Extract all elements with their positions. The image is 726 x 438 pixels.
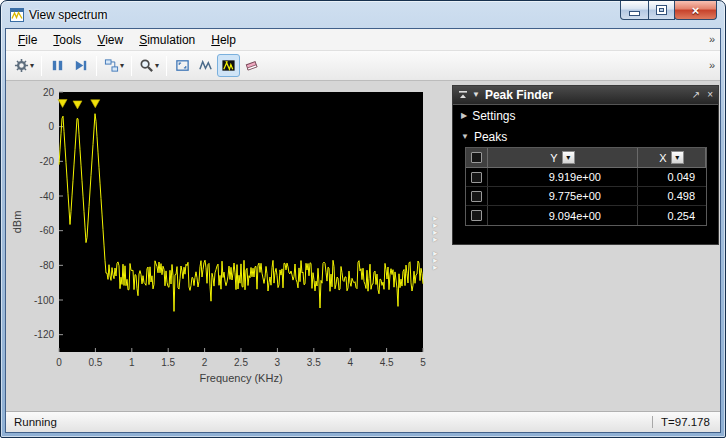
x-tick-label: 4 — [347, 357, 353, 368]
x-tick-label: 5 — [420, 357, 426, 368]
x-tick-label: 3 — [275, 357, 281, 368]
undock-panel-icon[interactable]: ↗ — [692, 91, 700, 99]
minimize-button[interactable] — [620, 1, 649, 20]
toolbar-separator — [96, 56, 97, 76]
dropdown-arrow-icon: ▾ — [155, 61, 159, 70]
peak-y-value: 9.094e+00 — [488, 210, 637, 222]
autoscale-icon — [198, 58, 213, 73]
toolbar-separator — [41, 56, 42, 76]
table-row: 9.775e+00 0.498 — [466, 187, 706, 206]
x-tick-label: 3.5 — [307, 357, 321, 368]
magnifier-icon — [139, 58, 154, 73]
peak-finder-panel: ▼ Peak Finder ↗ × ▶ Settings ▼ Peaks — [452, 85, 719, 245]
y-tick-label: -100 — [34, 295, 54, 306]
y-tick-label: 0 — [48, 121, 54, 132]
settings-section-label: Settings — [472, 109, 515, 123]
y-tick-label: -60 — [40, 225, 55, 236]
pause-button[interactable] — [46, 54, 69, 77]
expanded-triangle-icon: ▼ — [461, 132, 469, 141]
toolbar-separator — [166, 56, 167, 76]
spectrum-plot-area[interactable] — [59, 92, 423, 352]
panel-close-icon[interactable]: × — [707, 91, 713, 99]
x-tick-label: 0 — [56, 357, 62, 368]
client-area: File Tools View Simulation Help » ▾ ▾ — [5, 28, 721, 433]
toolbar-overflow-icon[interactable]: » — [709, 60, 720, 71]
peak-finder-header[interactable]: ▼ Peak Finder ↗ × — [453, 86, 718, 105]
maximize-button[interactable] — [648, 1, 675, 20]
statusbar: Running T=97.178 — [6, 411, 720, 432]
peaks-table: Y ▾ X ▾ 9.919e+00 0.049 — [465, 147, 707, 226]
menu-file[interactable]: File — [10, 30, 45, 50]
gear-icon — [14, 58, 29, 73]
collapse-panel-icon[interactable]: ▼ — [472, 91, 480, 99]
spectral-mask-button[interactable] — [240, 54, 263, 77]
table-row: 9.919e+00 0.049 — [466, 168, 706, 187]
autoscale-y-button[interactable] — [194, 54, 217, 77]
collapsed-triangle-icon: ▶ — [461, 111, 467, 120]
row-checkbox[interactable] — [471, 191, 482, 202]
x-tick-label: 4.5 — [380, 357, 394, 368]
menu-view[interactable]: View — [89, 30, 131, 50]
maximize-icon — [657, 6, 666, 14]
peaks-section-toggle[interactable]: ▼ Peaks — [453, 126, 718, 147]
peaks-table-header: Y ▾ X ▾ — [466, 148, 706, 168]
simulink-model-button[interactable]: ▾ — [101, 54, 127, 77]
peaks-icon — [221, 58, 236, 73]
menu-tools[interactable]: Tools — [45, 30, 89, 50]
simulink-blocks-icon — [104, 58, 119, 73]
x-tick-label: 2.5 — [234, 357, 248, 368]
fit-to-view-button[interactable] — [171, 54, 194, 77]
toolbar-separator — [131, 56, 132, 76]
status-time: T=97.178 — [652, 416, 712, 428]
menubar: File Tools View Simulation Help » — [6, 29, 720, 51]
panel-splitter[interactable]: ▸ ▸ ▸ ▸ ▸ ▸ ▸ — [433, 215, 438, 271]
x-axis-label: Frequency (KHz) — [199, 372, 282, 384]
settings-section-toggle[interactable]: ▶ Settings — [453, 105, 718, 126]
step-forward-button[interactable] — [69, 54, 92, 77]
status-running: Running — [14, 416, 57, 428]
peak-finder-title: Peak Finder — [485, 88, 553, 102]
table-row: 9.094e+00 0.254 — [466, 206, 706, 225]
close-button[interactable]: × — [674, 1, 717, 20]
y-tick-label: -120 — [34, 329, 54, 340]
column-header-y: Y — [550, 152, 557, 164]
fit-to-view-icon — [175, 58, 190, 73]
minimize-icon — [630, 12, 639, 15]
filter-arrow-icon: ▾ — [566, 154, 570, 162]
step-forward-icon — [73, 58, 88, 73]
select-all-checkbox[interactable] — [471, 152, 482, 163]
titlebar[interactable]: View spectrum × — [1, 1, 725, 28]
column-header-x: X — [659, 152, 666, 164]
x-filter-button[interactable]: ▾ — [671, 151, 684, 164]
dropdown-arrow-icon: ▾ — [30, 61, 34, 70]
x-tick-label: 0.5 — [88, 357, 102, 368]
y-filter-button[interactable]: ▾ — [562, 151, 575, 164]
dock-panel-icon[interactable] — [458, 90, 468, 100]
menu-help[interactable]: Help — [203, 30, 244, 50]
figure-area: 200-20-40-60-80-100-12000.511.522.533.54… — [6, 81, 720, 411]
row-checkbox[interactable] — [471, 172, 482, 183]
close-icon: × — [692, 4, 700, 17]
menu-simulation[interactable]: Simulation — [131, 30, 203, 50]
x-tick-label: 1.5 — [161, 357, 175, 368]
window-title: View spectrum — [29, 8, 107, 22]
row-checkbox[interactable] — [471, 210, 482, 221]
zoom-button[interactable]: ▾ — [136, 54, 162, 77]
splitter-arrow-icon: ▸ — [433, 236, 438, 243]
pause-icon — [50, 58, 65, 73]
y-tick-label: -80 — [40, 260, 55, 271]
peak-x-value: 0.254 — [638, 210, 706, 222]
menubar-overflow-icon[interactable]: » — [709, 34, 720, 45]
peak-finder-button[interactable] — [217, 54, 240, 77]
y-axis-label: dBm — [11, 211, 23, 234]
peaks-section-label: Peaks — [474, 130, 507, 144]
window-icon — [10, 8, 24, 22]
peak-x-value: 0.498 — [638, 190, 706, 202]
y-tick-label: -40 — [40, 191, 55, 202]
spectrum-plot: 200-20-40-60-80-100-12000.511.522.533.54… — [6, 81, 476, 411]
filter-arrow-icon: ▾ — [675, 154, 679, 162]
settings-button[interactable]: ▾ — [11, 54, 37, 77]
y-tick-label: 20 — [43, 87, 55, 98]
app-window: View spectrum × File Tools View Simulati… — [0, 0, 726, 438]
x-tick-label: 2 — [202, 357, 208, 368]
